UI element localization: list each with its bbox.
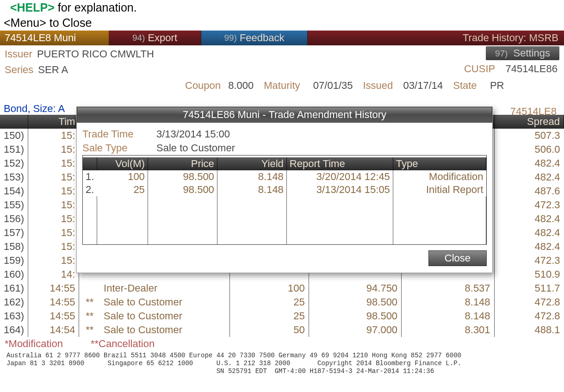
legend-cancellation: **Cancellation (91, 338, 155, 350)
maturity-value: 07/01/35 (313, 80, 353, 91)
bond-detail-row: Coupon 8.000 Maturity 07/01/35 Issued 03… (5, 78, 559, 93)
pcol-idx (83, 157, 97, 170)
cell-time: 14:55 (28, 309, 79, 323)
pcol-price: Price (148, 157, 217, 170)
popup-sale-type-value: Sale to Customer (156, 142, 235, 154)
coupon-label: Coupon (185, 80, 221, 91)
table-row[interactable]: 164)14:54**Sale to Customer5097.0008.301… (0, 323, 564, 337)
pcell-price: 98.500 (148, 170, 217, 183)
cusip-label: CUSIP (464, 63, 495, 75)
cell-type: Sale to Customer (100, 309, 230, 323)
help-hint: <HELP> for explanation. (0, 0, 564, 15)
cell-mark: ** (79, 309, 100, 323)
cell-time: 15: (28, 254, 79, 268)
cell-time: 15: (28, 226, 79, 240)
feedback-button[interactable]: 99) Feedback (201, 31, 308, 45)
header-info: Issuer PUERTO RICO CMWLTH Series SER A 9… (0, 45, 564, 94)
pcell-report-time: 3/20/2014 12:45 (286, 170, 393, 183)
cell-yield: 8.148 (402, 295, 494, 309)
cell-spread: 482.4 (494, 226, 564, 240)
cell-spread: 472.8 (494, 295, 564, 309)
small-cusip: 74514LE8 (510, 106, 557, 118)
cell-price: 94.750 (309, 281, 401, 295)
settings-button[interactable]: 97) Settings (486, 46, 559, 60)
issuer-label: Issuer (5, 48, 32, 60)
export-button[interactable]: 94) Export (109, 31, 201, 45)
pcol-yield: Yield (217, 157, 286, 170)
footer-line-1: Australia 61 2 9777 8600 Brazil 5511 304… (6, 352, 558, 360)
title-cusip: 74514LE8 Muni (0, 31, 109, 45)
table-row[interactable]: 161)14:55Inter-Dealer10094.7508.537511.7 (0, 281, 564, 295)
amendment-popup: 74514LE86 Muni - Trade Amendment History… (76, 106, 493, 273)
cell-type: Sale to Customer (100, 323, 230, 337)
cell-type: Inter-Dealer (100, 281, 230, 295)
cell-spread: 488.1 (494, 323, 564, 337)
cell-spread: 472.3 (494, 254, 564, 268)
popup-row[interactable]: 2.2598.5008.1483/13/2014 15:05Initial Re… (83, 183, 486, 196)
help-key[interactable]: <HELP> (10, 1, 55, 14)
state-value: PR (490, 80, 504, 91)
cell-idx: 161) (0, 281, 28, 295)
cell-time: 15: (28, 212, 79, 226)
cell-size: 100 (230, 281, 309, 295)
series-label: Series (5, 64, 33, 76)
cell-spread: 511.7 (494, 281, 564, 295)
menu-hint[interactable]: <Menu> to Close (0, 15, 564, 31)
cell-idx: 156) (0, 212, 28, 226)
issued-value: 03/17/14 (403, 80, 443, 91)
popup-sale-type-label: Sale Type (82, 142, 152, 154)
export-label: Export (148, 32, 177, 44)
pcell-report-time: 3/13/2014 15:05 (286, 183, 393, 196)
cell-spread: 482.4 (494, 170, 564, 184)
cell-idx: 163) (0, 309, 28, 323)
settings-num: 97) (495, 49, 508, 58)
cell-spread: 482.4 (494, 240, 564, 254)
table-row[interactable]: 162)14:55**Sale to Customer2598.5008.148… (0, 295, 564, 309)
popup-row[interactable]: 1.10098.5008.1483/20/2014 12:45Modificat… (83, 170, 486, 183)
cell-idx: 160) (0, 268, 28, 281)
title-bar: 74514LE8 Muni 94) Export 99) Feedback Tr… (0, 31, 564, 45)
feedback-label: Feedback (240, 32, 285, 44)
pcell-vol: 25 (97, 183, 148, 196)
cell-idx: 150) (0, 129, 28, 143)
cell-time: 14:55 (28, 295, 79, 309)
cusip-block: CUSIP 74514LE86 (464, 63, 558, 75)
popup-trade-time-value: 3/13/2014 15:00 (156, 128, 230, 140)
pcol-report-time: Report Time (286, 157, 393, 170)
cell-idx: 162) (0, 295, 28, 309)
state-label: State (453, 80, 477, 91)
cell-idx: 164) (0, 323, 28, 337)
cell-idx: 154) (0, 184, 28, 198)
feedback-num: 99) (224, 33, 236, 43)
table-row[interactable]: 163)14:55**Sale to Customer2598.5008.148… (0, 309, 564, 323)
cell-spread: 487.6 (494, 184, 564, 198)
pcol-vol: Vol(M) (97, 157, 148, 170)
cell-idx: 151) (0, 143, 28, 156)
cell-spread: 472.3 (494, 198, 564, 212)
pcell-price: 98.500 (148, 183, 217, 196)
pcell-type: Initial Report (393, 183, 486, 196)
popup-close-button[interactable]: Close (428, 250, 487, 266)
cell-time: 14:54 (28, 323, 79, 337)
cell-price: 98.500 (309, 295, 401, 309)
cell-time: 15: (28, 129, 79, 143)
footer: Australia 61 2 9777 8600 Brazil 5511 304… (0, 351, 564, 376)
footer-line-2: Japan 81 3 3201 8900 Singapore 65 6212 1… (6, 360, 558, 367)
export-num: 94) (132, 33, 145, 43)
cell-yield: 8.148 (402, 309, 494, 323)
popup-title: 74514LE86 Muni - Trade Amendment History (77, 107, 492, 123)
cell-mark: ** (79, 295, 100, 309)
pcol-type: Type (393, 157, 486, 170)
footer-line-3: SN 525791 EDT GMT-4:00 H187-5194-3 24-Ma… (6, 367, 558, 375)
cell-time: 14:55 (28, 281, 79, 295)
cell-time: 14: (28, 268, 79, 281)
cell-type: Sale to Customer (100, 295, 230, 309)
help-text: for explanation. (55, 1, 137, 14)
legend-modification: *Modification (5, 338, 63, 350)
series-value: SER A (38, 64, 68, 76)
cell-size: 50 (230, 323, 309, 337)
cell-idx: 153) (0, 170, 28, 184)
legend: *Modification **Cancellation (0, 337, 564, 351)
cell-spread: 482.4 (494, 212, 564, 226)
pcell-vol: 100 (97, 170, 148, 183)
